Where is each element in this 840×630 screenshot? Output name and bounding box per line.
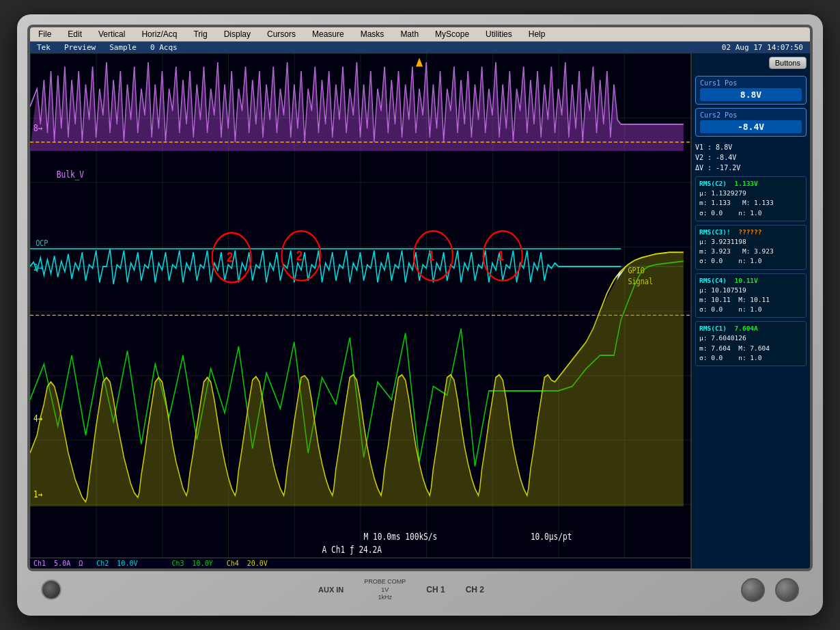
rms-c3-mu: μ: 3.9231198: [699, 237, 802, 247]
ch3-info: Ch3 10.0Y: [171, 560, 212, 567]
status-tek: Tek: [37, 43, 51, 52]
screen-area: File Edit Vertical Horiz/Acq Trig Displa…: [27, 25, 813, 571]
rms-c2-mu: μ: 1.1329279: [699, 189, 802, 198]
oscilloscope-body: File Edit Vertical Horiz/Acq Trig Displa…: [17, 14, 823, 616]
rms-c1-value: 7.604A: [734, 325, 757, 332]
probe-comp-1v: 1V: [364, 586, 406, 594]
measure-rms-c2: RMS(C2) 1.133V μ: 1.1329279 m: 1.133 M: …: [695, 176, 807, 221]
rms-c2-title: RMS(C2) 1.133V: [699, 180, 802, 187]
measure-rms-c1: RMS(C1) 7.604A μ: 7.6040126 m: 7.604 M: …: [695, 321, 807, 366]
measure-rms-c4: RMS(C4) 10.11V μ: 10.107519 m: 10.11 M: …: [695, 273, 807, 318]
waveform-area: 2 2 1 1 8→ 2→ 4→ 1→ OCP Bulk: [30, 53, 690, 569]
left-controls: [41, 579, 61, 600]
menu-file[interactable]: File: [36, 29, 54, 40]
aux-in-label: AUX IN: [318, 586, 344, 594]
menu-display[interactable]: Display: [221, 29, 253, 40]
power-button[interactable]: [41, 579, 61, 600]
svg-text:8→: 8→: [33, 122, 43, 134]
rms-c4-value: 10.11V: [734, 277, 757, 284]
rms-c4-mu: μ: 10.107519: [699, 286, 802, 295]
menu-bar: File Edit Vertical Horiz/Acq Trig Displa…: [30, 27, 810, 42]
svg-text:1→: 1→: [33, 489, 43, 500]
right-knobs: [741, 578, 799, 602]
right-panel: Buttons Curs1 Pos 8.8V Curs2 Pos -8.4V V…: [690, 53, 810, 569]
waveform-svg: 2 2 1 1 8→ 2→ 4→ 1→ OCP Bulk: [30, 53, 690, 569]
rms-c3-value: ??????: [738, 228, 761, 236]
curs2-box: Curs2 Pos -8.4V: [695, 108, 807, 137]
svg-text:2: 2: [296, 247, 303, 263]
knob-1[interactable]: [741, 578, 765, 602]
v2-line: V2 : -8.4V: [695, 152, 807, 163]
aux-in-area: AUX IN: [318, 586, 344, 594]
svg-text:M 10.0ms  100kS/s: M 10.0ms 100kS/s: [364, 531, 438, 543]
curs2-value[interactable]: -8.4V: [700, 120, 802, 133]
waveform-bottom-bar: Ch1 5.0A Ω Ch2 10.0V Ch3 10.0Y Ch4 20.0V: [30, 558, 690, 569]
ch1-label: CH 1: [426, 585, 445, 594]
v1-line: V1 : 8.8V: [695, 142, 807, 152]
rms-c1-m: m: 7.604 M: 7.604: [699, 344, 802, 353]
rms-c1-mu: μ: 7.6040126: [699, 333, 802, 343]
rms-c2-m: m: 1.133 M: 1.133: [699, 198, 802, 208]
menu-masks[interactable]: Masks: [358, 29, 387, 40]
probe-comp-label: PROBE COMP: [364, 578, 406, 586]
svg-text:Bulk_V: Bulk_V: [57, 169, 85, 180]
menu-measure[interactable]: Measure: [309, 29, 347, 40]
svg-text:2→: 2→: [33, 262, 43, 273]
status-sample: Sample: [109, 43, 137, 52]
rms-c4-title: RMS(C4) 10.11V: [699, 277, 802, 284]
curs1-label: Curs1 Pos: [700, 79, 802, 87]
svg-text:4→: 4→: [33, 413, 43, 424]
rms-c3-title: RMS(C3)! ??????: [699, 228, 802, 236]
probe-comp-freq: 1kHz: [364, 594, 406, 602]
svg-text:OCP: OCP: [36, 238, 48, 249]
svg-text:1: 1: [498, 247, 504, 263]
svg-marker-3: [416, 57, 423, 66]
ch1-info: Ch1 5.0A Ω: [33, 560, 83, 567]
probe-comp-area: PROBE COMP 1V 1kHz: [364, 578, 406, 602]
rms-c1-title: RMS(C1) 7.604A: [699, 325, 802, 332]
menu-cursors[interactable]: Cursors: [264, 29, 298, 40]
menu-vertical[interactable]: Vertical: [96, 29, 128, 40]
rms-c2-value: 1.133V: [734, 180, 757, 187]
ch2-info: Ch2 10.0V: [96, 560, 137, 567]
measure-rms-c3: RMS(C3)! ?????? μ: 3.9231198 m: 3.923 M:…: [695, 225, 807, 270]
dv-line: ΔV : -17.2V: [695, 163, 807, 173]
status-bar: Tek Preview Sample 0 Acqs 02 Aug 17 14:0…: [30, 42, 810, 53]
bottom-labels-area: AUX IN PROBE COMP 1V 1kHz CH 1 CH 2: [318, 578, 484, 602]
status-preview: Preview: [64, 43, 96, 52]
v-info: V1 : 8.8V V2 : -8.4V ΔV : -17.2V: [695, 142, 807, 173]
menu-utilities[interactable]: Utilities: [483, 29, 515, 40]
svg-text:A Ch1  ƒ  24.2A: A Ch1 ƒ 24.2A: [322, 543, 382, 555]
main-content: 2 2 1 1 8→ 2→ 4→ 1→ OCP Bulk: [30, 53, 810, 569]
rms-c1-sigma: σ: 0.0 n: 1.0: [699, 353, 802, 363]
menu-horiz-acq[interactable]: Horiz/Acq: [139, 29, 180, 40]
rms-c3-sigma: σ: 0.0 n: 1.0: [699, 256, 802, 266]
menu-myscope[interactable]: MyScope: [432, 29, 472, 40]
curs1-value[interactable]: 8.8V: [700, 88, 802, 101]
svg-text:2: 2: [227, 249, 233, 265]
rms-c2-sigma: σ: 0.0 n: 1.0: [699, 208, 802, 218]
curs1-box: Curs1 Pos 8.8V: [695, 76, 807, 105]
rms-c3-m: m: 3.923 M: 3.923: [699, 247, 802, 256]
rms-c4-sigma: σ: 0.0 n: 1.0: [699, 305, 802, 314]
status-acqs: 0 Acqs: [150, 43, 178, 52]
curs2-label: Curs2 Pos: [700, 111, 802, 119]
knob-2[interactable]: [775, 578, 799, 602]
menu-math[interactable]: Math: [397, 29, 421, 40]
ch4-info: Ch4 20.0V: [227, 560, 268, 567]
svg-text:1: 1: [428, 247, 434, 263]
svg-text:GPIO: GPIO: [628, 265, 644, 276]
buttons-button[interactable]: Buttons: [769, 57, 807, 69]
menu-help[interactable]: Help: [526, 29, 548, 40]
svg-text:10.0μs/pt: 10.0μs/pt: [531, 531, 572, 543]
svg-text:Signal: Signal: [628, 276, 653, 287]
ch2-label: CH 2: [466, 585, 484, 594]
menu-edit[interactable]: Edit: [65, 29, 85, 40]
status-datetime: 02 Aug 17 14:07:50: [722, 43, 803, 52]
menu-trig[interactable]: Trig: [191, 29, 210, 40]
rms-c4-m: m: 10.11 M: 10.11: [699, 295, 802, 305]
hardware-bottom-bar: AUX IN PROBE COMP 1V 1kHz CH 1 CH 2: [27, 575, 813, 605]
